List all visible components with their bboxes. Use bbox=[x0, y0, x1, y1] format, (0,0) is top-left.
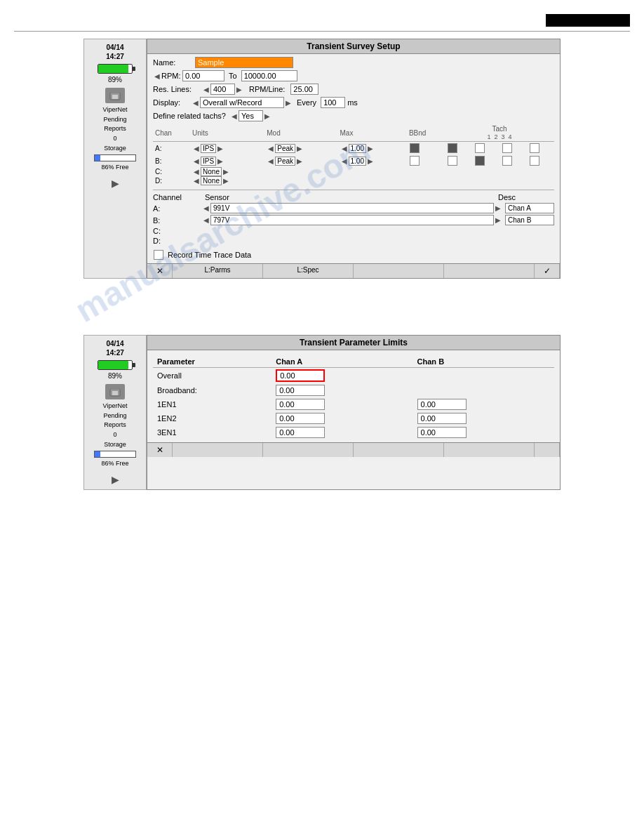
chan-b-t1[interactable] bbox=[445, 154, 472, 167]
chan-a-t3-check[interactable] bbox=[502, 143, 512, 153]
rpm-to-field[interactable]: 10000.00 bbox=[241, 70, 297, 81]
chan-b-t2[interactable] bbox=[472, 154, 499, 167]
panel1-cancel-btn[interactable]: ✕ bbox=[147, 264, 173, 278]
reslines-field[interactable]: 400 bbox=[210, 84, 235, 95]
every-field[interactable]: 100 bbox=[321, 97, 345, 108]
chan-c-units[interactable]: ◀None▶ bbox=[190, 167, 264, 176]
1en2-chanb-input[interactable] bbox=[417, 413, 467, 424]
chan-b-units[interactable]: ◀IPS▶ bbox=[190, 154, 264, 167]
param-3en1-chanb[interactable] bbox=[413, 425, 554, 439]
param-1en2-chanb[interactable] bbox=[413, 411, 554, 425]
chan-a-t4-check[interactable] bbox=[530, 143, 539, 153]
chan-d-max bbox=[338, 176, 407, 185]
param-1en1-chana[interactable] bbox=[271, 397, 412, 411]
name-field[interactable]: Sample bbox=[195, 57, 293, 68]
chan-c-max bbox=[338, 167, 407, 176]
sensor-b-desc[interactable]: Chan B bbox=[505, 215, 554, 225]
1en2-chana-input[interactable] bbox=[276, 413, 325, 424]
1en1-chana-input[interactable] bbox=[276, 399, 325, 410]
reslines-right-arrow[interactable]: ▶ bbox=[235, 86, 243, 93]
rpm-to-label: To bbox=[229, 72, 237, 80]
chan-b-t4[interactable] bbox=[527, 154, 554, 167]
chan-a-t2-check[interactable] bbox=[475, 143, 485, 153]
rpm-left-arrow[interactable]: ◀ bbox=[153, 72, 161, 80]
bbnd-hdr: BBnd bbox=[407, 124, 445, 142]
rpmline-field[interactable]: 25.00 bbox=[290, 84, 318, 95]
3en1-chanb-input[interactable] bbox=[417, 427, 467, 438]
chan-a-label: A: bbox=[153, 142, 190, 155]
panel1-lspec-btn[interactable]: L:Spec bbox=[263, 264, 354, 278]
panel1-lparms-btn[interactable]: L:Parms bbox=[173, 264, 263, 278]
panel2-wrapper: 04/14 14:27 89% ViperNet Pending Reports… bbox=[83, 335, 561, 490]
sensor-d-desc bbox=[505, 240, 554, 241]
chan-a-t4[interactable] bbox=[527, 142, 554, 155]
sidebar2-reports-count: 0 bbox=[113, 431, 116, 439]
chan-a-bbnd-check[interactable] bbox=[410, 143, 420, 153]
display-row: Display: ◀ Overall w/Record ▶ Every 100 … bbox=[153, 97, 554, 108]
sensor-b-left-arrow[interactable]: ◀ bbox=[202, 216, 210, 224]
record-row: Record Time Trace Data bbox=[153, 249, 554, 260]
chan-b-t2-check[interactable] bbox=[475, 156, 485, 166]
param-broadband-chana[interactable] bbox=[271, 383, 412, 397]
param-overall-chana[interactable] bbox=[271, 368, 412, 384]
chan-a-t1-check[interactable] bbox=[448, 143, 457, 153]
ms-label: ms bbox=[347, 98, 358, 107]
record-checkbox[interactable] bbox=[154, 250, 163, 260]
chan-a-t1[interactable] bbox=[445, 142, 472, 155]
1en1-chanb-input[interactable] bbox=[417, 399, 467, 410]
chan-a-mod[interactable]: ◀Peak▶ bbox=[264, 142, 337, 155]
chan-a-t2[interactable] bbox=[472, 142, 499, 155]
sensor-a-value[interactable]: 991V bbox=[210, 203, 494, 213]
sensor-a-right-arrow[interactable]: ▶ bbox=[494, 204, 502, 212]
display-left-arrow[interactable]: ◀ bbox=[192, 99, 200, 107]
panel2-cancel-btn[interactable]: ✕ bbox=[147, 443, 173, 457]
param-row-overall: Overall bbox=[153, 368, 554, 384]
sidebar2-time: 14:27 bbox=[106, 349, 124, 357]
chan-b-t4-check[interactable] bbox=[530, 156, 539, 166]
param-1en1-chanb[interactable] bbox=[413, 397, 554, 411]
tachs-value[interactable]: Yes bbox=[239, 110, 263, 121]
sensor-b-right-arrow[interactable]: ▶ bbox=[494, 216, 502, 224]
chan-b-bbnd-check[interactable] bbox=[410, 156, 420, 166]
chan-a-bbnd[interactable] bbox=[407, 142, 445, 155]
chan-b-max[interactable]: ◀1.00▶ bbox=[338, 154, 407, 167]
sensor-c-desc bbox=[505, 230, 554, 232]
panel2-empty-btn4 bbox=[444, 443, 535, 457]
chan-c-mod bbox=[264, 167, 337, 176]
3en1-chana-input[interactable] bbox=[276, 427, 325, 438]
param-broadband-chanb bbox=[413, 383, 554, 397]
chan-b-col-hdr: Chan B bbox=[413, 356, 554, 368]
tachs-left-arrow[interactable]: ◀ bbox=[230, 112, 239, 120]
panel1-confirm-btn[interactable]: ✓ bbox=[535, 264, 560, 278]
chan-d-units[interactable]: ◀None▶ bbox=[190, 176, 264, 185]
sensor-b-value[interactable]: 797V bbox=[210, 215, 494, 225]
storage2-bar bbox=[94, 451, 136, 458]
cancel2-icon: ✕ bbox=[156, 445, 163, 455]
name-row: Name: Sample bbox=[153, 57, 554, 68]
svg-marker-2 bbox=[109, 90, 121, 93]
sensor-a-left-arrow[interactable]: ◀ bbox=[202, 204, 210, 212]
record-label: Record Time Trace Data bbox=[168, 251, 251, 259]
chan-a-t3[interactable] bbox=[499, 142, 527, 155]
display-field[interactable]: Overall w/Record bbox=[200, 97, 284, 108]
chan-b-t3[interactable] bbox=[499, 154, 527, 167]
rpm-from-field[interactable]: 0.00 bbox=[182, 70, 224, 81]
chan-b-bbnd[interactable] bbox=[407, 154, 445, 167]
chan-b-mod[interactable]: ◀Peak▶ bbox=[264, 154, 337, 167]
tachs-right-arrow[interactable]: ▶ bbox=[263, 112, 271, 120]
chan-b-t3-check[interactable] bbox=[502, 156, 512, 166]
chan-a-units[interactable]: ◀IPS▶ bbox=[190, 142, 264, 155]
sensor-header-row: Channel Sensor Desc bbox=[153, 193, 554, 201]
param-3en1-chana[interactable] bbox=[271, 425, 412, 439]
broadband-chana-input[interactable] bbox=[276, 385, 325, 396]
param-1en2-chana[interactable] bbox=[271, 411, 412, 425]
chan-b-t1-check[interactable] bbox=[448, 156, 457, 166]
chan-a-max[interactable]: ◀1.00▶ bbox=[338, 142, 407, 155]
params-table: Parameter Chan A Chan B Overall bbox=[153, 356, 554, 439]
sensor-a-desc[interactable]: Chan A bbox=[505, 203, 554, 213]
panel2-title: Transient Parameter Limits bbox=[147, 336, 560, 350]
reslines-left-arrow[interactable]: ◀ bbox=[202, 86, 210, 93]
sensor-a-label: A: bbox=[153, 204, 202, 213]
overall-chana-input[interactable] bbox=[276, 369, 325, 382]
display-right-arrow[interactable]: ▶ bbox=[284, 99, 293, 107]
